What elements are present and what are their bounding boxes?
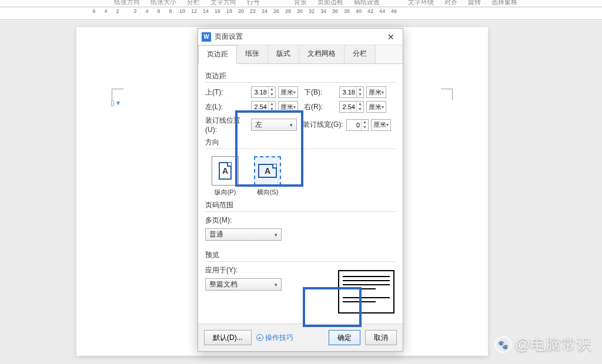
ok-button[interactable]: 确定 bbox=[329, 330, 360, 345]
ribbon-item[interactable]: 纸张方向 bbox=[112, 0, 142, 6]
top-margin-label: 上(T): bbox=[205, 87, 249, 97]
default-button[interactable]: 默认(D)... bbox=[204, 330, 252, 345]
dialog-tabs: 页边距 纸张 版式 文档网格 分栏 bbox=[198, 45, 403, 64]
right-margin-input[interactable]: ▲▼ bbox=[339, 101, 364, 113]
left-margin-input[interactable]: ▲▼ bbox=[251, 101, 276, 113]
margin-corner-icon bbox=[441, 89, 453, 100]
bottom-margin-input[interactable]: ▲▼ bbox=[339, 86, 364, 98]
gutter-width-input[interactable]: ▲▼ bbox=[346, 119, 369, 131]
top-margin-unit[interactable]: 厘米 bbox=[278, 86, 298, 98]
gutter-width-unit[interactable]: 厘米 bbox=[371, 119, 391, 131]
orientation-landscape[interactable]: A 横向(S) bbox=[251, 156, 284, 197]
gutter-width-label: 装订线宽(G): bbox=[303, 120, 344, 130]
preview-thumbnail bbox=[338, 270, 394, 314]
page-setup-dialog: W 页面设置 ✕ 页边距 纸张 版式 文档网格 分栏 页边距 上(T): ▲▼ … bbox=[198, 28, 403, 352]
horizontal-ruler: 6 4 2 24 68 1012 1416 1820 2224 2628 303… bbox=[0, 8, 602, 20]
ribbon-item[interactable]: 稿纸设置 bbox=[352, 0, 382, 6]
ribbon-item[interactable]: 文字方向 bbox=[208, 0, 239, 6]
multi-page-select[interactable]: 普通 bbox=[205, 228, 282, 241]
paragraph-mark-icon: ▯ ▾ bbox=[111, 99, 120, 107]
left-margin-label: 左(L): bbox=[205, 102, 249, 112]
cancel-button[interactable]: 取消 bbox=[365, 330, 397, 345]
dialog-title: 页面设置 bbox=[215, 32, 383, 42]
ribbon-item[interactable]: 文字环绕 bbox=[406, 0, 436, 6]
ribbon-item[interactable]: 纸张大小 bbox=[148, 0, 179, 6]
orientation-section-label: 方向 bbox=[205, 137, 396, 147]
bottom-margin-unit[interactable]: 厘米 bbox=[366, 86, 386, 98]
tab-layout[interactable]: 版式 bbox=[268, 45, 299, 63]
ribbon-toolbar: 纸张方向 纸张大小 分栏 文字方向 行号 背景 页面边框 稿纸设置 文字环绕 对… bbox=[0, 0, 602, 7]
left-margin-unit[interactable]: 厘米 bbox=[278, 101, 298, 113]
tab-grid[interactable]: 文档网格 bbox=[299, 45, 345, 63]
ribbon-item[interactable]: 旋转 bbox=[466, 0, 483, 6]
page-range-section-label: 页码范围 bbox=[205, 200, 396, 210]
watermark: 🐾 @电脑常识 bbox=[495, 334, 591, 355]
ribbon-item[interactable]: 选择窗格 bbox=[489, 0, 520, 6]
play-icon: ▸ bbox=[256, 334, 263, 341]
paw-icon: 🐾 bbox=[495, 336, 511, 353]
apply-to-label: 应用于(Y): bbox=[205, 265, 238, 275]
tab-columns[interactable]: 分栏 bbox=[345, 45, 376, 63]
dialog-footer: 默认(D)... ▸操作技巧 确定 取消 bbox=[198, 323, 403, 351]
dialog-titlebar: W 页面设置 ✕ bbox=[198, 29, 403, 45]
app-icon: W bbox=[202, 32, 211, 42]
multi-page-label: 多页(M): bbox=[205, 215, 232, 225]
right-margin-label: 右(R): bbox=[304, 102, 337, 112]
top-margin-input[interactable]: ▲▼ bbox=[251, 86, 276, 98]
right-margin-unit[interactable]: 厘米 bbox=[366, 101, 386, 113]
tab-paper[interactable]: 纸张 bbox=[237, 45, 268, 63]
ribbon-item[interactable]: 背景 bbox=[292, 0, 309, 6]
gutter-position-label: 装订线位置(U): bbox=[205, 116, 249, 134]
preview-section-label: 预览 bbox=[205, 250, 396, 260]
ribbon-item[interactable]: 行号 bbox=[245, 0, 262, 6]
bottom-margin-label: 下(B): bbox=[304, 87, 337, 97]
gutter-position-select[interactable]: 左 bbox=[251, 119, 297, 131]
tips-link[interactable]: ▸操作技巧 bbox=[256, 333, 293, 343]
ribbon-item[interactable]: 对齐 bbox=[442, 0, 460, 6]
orientation-portrait[interactable]: A 纵向(P) bbox=[209, 156, 242, 197]
ribbon-item[interactable]: 分栏 bbox=[185, 0, 202, 6]
ribbon-item[interactable]: 页面边框 bbox=[315, 0, 346, 6]
margins-section-label: 页边距 bbox=[205, 71, 396, 81]
close-button[interactable]: ✕ bbox=[383, 29, 399, 45]
tab-margins[interactable]: 页边距 bbox=[198, 45, 237, 64]
apply-to-select[interactable]: 整篇文档 bbox=[205, 278, 282, 291]
